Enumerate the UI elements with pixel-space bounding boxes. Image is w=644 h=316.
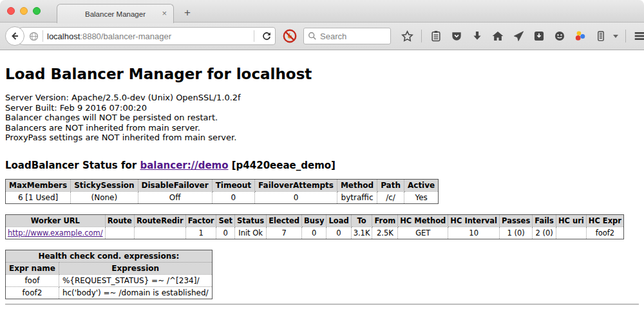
globe-icon (29, 32, 39, 41)
cell-expression: %{REQUEST_STATUS} =~ /^[234]/ (59, 274, 212, 286)
table-row: foof %{REQUEST_STATUS} =~ /^[234]/ (6, 274, 213, 286)
balancers-warning-line: Balancers are NOT inherited from main se… (5, 123, 639, 133)
zoom-window-button[interactable] (33, 7, 41, 15)
cell-from: 2.5K (372, 227, 398, 239)
cell-maxmembers: 6 [1 Used] (6, 191, 71, 203)
proxypass-warning-line: ProxyPass settings are NOT inherited fro… (5, 133, 639, 143)
urlbar-divider (43, 30, 43, 42)
col-elected: Elected (267, 214, 302, 227)
url-bar[interactable]: localhost:8880/balancer-manager (14, 27, 276, 45)
col-passes: Passes (500, 214, 533, 227)
url-host: localhost (47, 32, 80, 41)
col-route: Route (105, 214, 134, 227)
cell-busy: 0 (302, 227, 327, 239)
cell-path: /c/ (377, 191, 404, 203)
balancer-demo-link[interactable]: balancer://demo (140, 160, 228, 171)
col-disablefailover: DisableFailover (138, 179, 212, 191)
table-header-row: Expr name Expression (6, 262, 213, 274)
tab-title: Balancer Manager (85, 10, 146, 18)
col-maxmembers: MaxMembers (6, 179, 71, 191)
send-tab-button[interactable] (510, 28, 527, 44)
col-timeout: Timeout (212, 179, 254, 191)
server-built-line: Server Built: Feb 9 2016 07:00:20 (5, 103, 639, 113)
cell-hc-expr: foof2 (586, 227, 623, 239)
cell-to: 3.1K (351, 227, 372, 239)
table-header-row: Worker URL Route RouteRedir Factor Set S… (6, 214, 624, 227)
url-path: :8880/balancer-manager (80, 32, 171, 41)
chevron-down-icon[interactable] (613, 35, 618, 38)
search-box[interactable] (303, 28, 391, 44)
reload-button[interactable] (258, 28, 275, 44)
cell-status: Init Ok (235, 227, 267, 239)
cell-elected: 7 (267, 227, 302, 239)
menu-button[interactable] (632, 28, 644, 44)
table-row: http://www.example.com/ 1 0 Init Ok 7 0 … (6, 227, 624, 239)
send-icon (512, 30, 525, 42)
reload-icon (261, 31, 272, 41)
col-worker-url: Worker URL (6, 214, 106, 227)
url-text[interactable]: localhost:8880/balancer-manager (47, 32, 250, 41)
search-input[interactable] (320, 32, 386, 41)
footer-divider (5, 304, 639, 305)
minimize-window-button[interactable] (20, 7, 28, 15)
new-tab-button[interactable]: + (179, 5, 196, 21)
browser-window: Balancer Manager × + localhost:8880/bala… (0, 0, 644, 316)
table-header-row: MaxMembers StickySession DisableFailover… (6, 179, 439, 191)
col-active: Active (404, 179, 438, 191)
cell-expression: hc('body') =~ /domain is established/ (59, 286, 212, 299)
cell-expr-name: foof (6, 274, 59, 286)
back-button[interactable] (5, 26, 24, 46)
col-path: Path (377, 179, 404, 191)
home-button[interactable] (489, 28, 506, 44)
table-row: foof2 hc('body') =~ /domain is establish… (6, 286, 213, 299)
cell-worker-url: http://www.example.com/ (6, 227, 106, 239)
worker-url-link[interactable]: http://www.example.com/ (8, 228, 103, 237)
status-heading-suffix: [p4420eeae_demo] (229, 160, 336, 171)
cell-failoverattempts: 0 (255, 191, 337, 203)
col-from: From (372, 214, 398, 227)
plugin-blocked-icon (282, 28, 298, 44)
cell-factor: 1 (185, 227, 216, 239)
col-failoverattempts: FailoverAttempts (255, 179, 337, 191)
table-row: 6 [1 Used] (None) Off 0 0 bytraffic /c/ … (6, 191, 439, 203)
save-to-box-button[interactable] (531, 28, 547, 44)
page-content: Load Balancer Manager for localhost Serv… (0, 50, 644, 316)
balancer-status-heading: LoadBalancer Status for balancer://demo … (5, 160, 639, 171)
col-method: Method (337, 179, 377, 191)
tab-balancer-manager[interactable]: Balancer Manager × (57, 4, 174, 23)
col-hc-interval: HC Interval (448, 214, 500, 227)
cell-hc-uri (556, 227, 586, 239)
bookmark-star-button[interactable] (399, 28, 415, 44)
table-title-row: Health check cond. expressions: (6, 250, 213, 262)
bookmarks-menu-button[interactable] (428, 28, 444, 44)
worker-status-table: Worker URL Route RouteRedir Factor Set S… (5, 214, 624, 239)
col-load: Load (327, 214, 351, 227)
download-box-icon (533, 30, 545, 42)
colored-dots-extension-button[interactable] (572, 28, 589, 44)
pocket-icon (450, 30, 463, 42)
downloads-button[interactable] (469, 28, 486, 44)
close-window-button[interactable] (7, 7, 15, 15)
container-icon (594, 30, 607, 42)
tab-bar: Balancer Manager × + (0, 0, 644, 23)
cell-routeredir (134, 227, 185, 239)
emoji-extension-button[interactable] (551, 28, 568, 44)
cell-disablefailover: Off (138, 191, 212, 203)
col-busy: Busy (302, 214, 327, 227)
server-version-line: Server Version: Apache/2.5.0-dev (Unix) … (5, 93, 639, 103)
toolbar-divider (625, 30, 626, 42)
col-stickysession: StickySession (71, 179, 138, 191)
menu-icon (633, 29, 644, 43)
pocket-button[interactable] (448, 28, 465, 44)
cell-load: 0 (327, 227, 351, 239)
tab-close-icon[interactable]: × (162, 9, 167, 17)
navigation-toolbar: localhost:8880/balancer-manager (0, 23, 644, 50)
home-icon (491, 30, 504, 42)
container-extension-button[interactable] (592, 28, 609, 44)
cell-passes: 1 (0) (500, 227, 533, 239)
toolbar-divider (421, 30, 422, 42)
col-hc-method: HC Method (398, 214, 448, 227)
col-set: Set (216, 214, 235, 227)
col-factor: Factor (185, 214, 216, 227)
plugin-blocked-button[interactable] (282, 28, 298, 44)
